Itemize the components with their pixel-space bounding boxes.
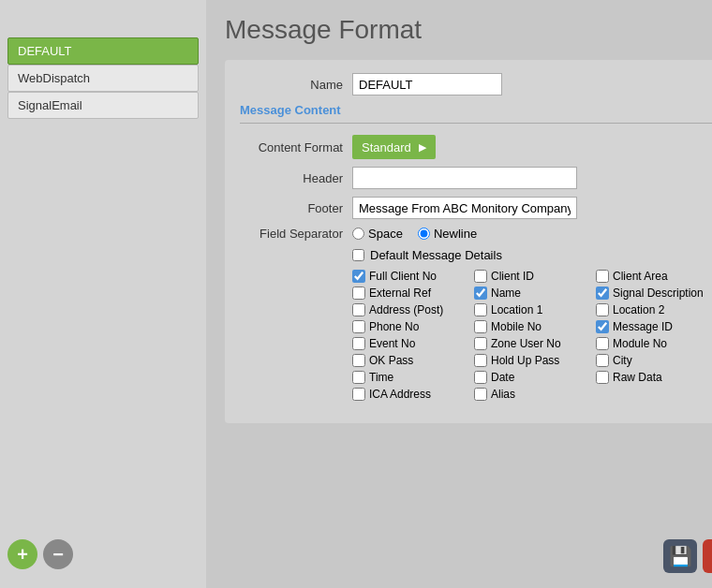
checkbox-cell: Mobile No (474, 320, 596, 333)
name-row: Name (240, 73, 712, 96)
name-input[interactable] (352, 73, 502, 96)
checkbox-external-ref[interactable] (352, 287, 365, 300)
checkbox-label-phone-no: Phone No (369, 320, 419, 333)
checkbox-mobile-no[interactable] (474, 320, 487, 333)
checkbox-cell: Time (352, 371, 474, 384)
checkbox-label-signal-description: Signal Description (613, 287, 704, 300)
checkbox-label-time: Time (369, 371, 393, 384)
checkbox-time[interactable] (352, 371, 365, 384)
checkbox-row: ICA AddressAlias (352, 388, 712, 401)
header-input[interactable] (352, 167, 577, 189)
checkbox-cell: External Ref (352, 287, 474, 300)
checkbox-label-client-area: Client Area (613, 270, 668, 283)
checkbox-date[interactable] (474, 371, 487, 384)
checkbox-label-hold-up-pass: Hold Up Pass (491, 354, 559, 367)
checkbox-signal-description[interactable] (596, 287, 609, 300)
checkbox-location-1[interactable] (474, 303, 487, 316)
field-separator-label: Field Separator (240, 227, 352, 241)
dropdown-arrow-icon: ▶ (419, 141, 426, 154)
section-header: Message Content (240, 103, 712, 124)
checkbox-row: TimeDateRaw Data (352, 371, 712, 384)
content-format-row: Content Format Standard ▶ (240, 135, 712, 159)
checkbox-client-id[interactable] (474, 270, 487, 283)
checkbox-label-mobile-no: Mobile No (491, 320, 541, 333)
checkbox-alias[interactable] (474, 388, 487, 401)
checkbox-name[interactable] (474, 287, 487, 300)
cancel-button[interactable]: ✕ (703, 539, 712, 573)
checkbox-label-client-id: Client ID (491, 270, 534, 283)
save-button[interactable]: 💾 (663, 539, 697, 573)
checkbox-label-full-client-no: Full Client No (369, 270, 437, 283)
checkbox-module-no[interactable] (596, 337, 609, 350)
checkbox-cell: Name (474, 287, 596, 300)
checkbox-cell: Raw Data (596, 371, 712, 384)
remove-button[interactable]: − (43, 539, 73, 569)
checkbox-cell: Address (Post) (352, 303, 474, 316)
checkbox-row: Event NoZone User NoModule No (352, 337, 712, 350)
checkbox-cell: Zone User No (474, 337, 596, 350)
add-button[interactable]: + (7, 539, 37, 569)
checkbox-zone-user-no[interactable] (474, 337, 487, 350)
checkbox-cell: Module No (596, 337, 712, 350)
checkbox-label-date: Date (491, 371, 514, 384)
sidebar-item-signalemail[interactable]: SignalEmail (7, 92, 199, 119)
checkbox-cell: Client Area (596, 270, 712, 283)
default-message-details-checkbox[interactable] (352, 249, 364, 261)
sidebar: DEFAULTWebDispatchSignalEmail + − (0, 0, 206, 588)
checkbox-client-area[interactable] (596, 270, 609, 283)
sidebar-item-default[interactable]: DEFAULT (7, 37, 199, 65)
radio-group: Space Newline (352, 227, 477, 241)
checkbox-label-ok-pass: OK Pass (369, 354, 413, 367)
sidebar-item-webdispatch[interactable]: WebDispatch (7, 65, 199, 92)
name-label: Name (240, 78, 352, 92)
radio-newline-label[interactable]: Newline (418, 227, 477, 241)
sidebar-bottom: + − (7, 539, 199, 579)
content-format-button[interactable]: Standard ▶ (352, 135, 436, 159)
checkbox-cell: Client ID (474, 270, 596, 283)
default-message-details-row: Default Message Details (352, 248, 712, 262)
checkbox-label-message-id: Message ID (613, 320, 673, 333)
save-icon: 💾 (669, 545, 692, 567)
checkbox-cell: Signal Description (596, 287, 712, 300)
checkbox-label-location-1: Location 1 (491, 303, 542, 316)
radio-space-text: Space (368, 227, 403, 241)
content-format-label: Content Format (240, 140, 352, 154)
checkbox-full-client-no[interactable] (352, 270, 365, 283)
checkbox-ok-pass[interactable] (352, 354, 365, 367)
radio-space[interactable] (352, 228, 364, 240)
checkbox-event-no[interactable] (352, 337, 365, 350)
radio-space-label[interactable]: Space (352, 227, 403, 241)
checkbox-cell: Full Client No (352, 270, 474, 283)
checkbox-phone-no[interactable] (352, 320, 365, 333)
checkbox-row: OK PassHold Up PassCity (352, 354, 712, 367)
checkbox-ica-address[interactable] (352, 388, 365, 401)
header-row: Header (240, 167, 712, 189)
footer-row: Footer (240, 197, 712, 219)
checkbox-address-post[interactable] (352, 303, 365, 316)
checkbox-location-2[interactable] (596, 303, 609, 316)
radio-newline[interactable] (418, 228, 430, 240)
checkbox-cell: Date (474, 371, 596, 384)
checkbox-label-event-no: Event No (369, 337, 415, 350)
checkbox-cell: Event No (352, 337, 474, 350)
checkboxes-grid: Full Client NoClient IDClient AreaExtern… (352, 270, 712, 401)
checkbox-label-module-no: Module No (613, 337, 667, 350)
default-message-details-label: Default Message Details (370, 248, 502, 262)
checkbox-raw-data[interactable] (596, 371, 609, 384)
checkbox-cell: City (596, 354, 712, 367)
footer-label: Footer (240, 201, 352, 215)
checkbox-cell: OK Pass (352, 354, 474, 367)
checkbox-row: Full Client NoClient IDClient Area (352, 270, 712, 283)
checkbox-label-name: Name (491, 287, 521, 300)
checkbox-city[interactable] (596, 354, 609, 367)
radio-newline-text: Newline (434, 227, 477, 241)
checkbox-label-address-post: Address (Post) (369, 303, 443, 316)
checkbox-cell: Message ID (596, 320, 712, 333)
content-format-value: Standard (362, 140, 411, 154)
footer-input[interactable] (352, 197, 577, 219)
checkbox-label-ica-address: ICA Address (369, 388, 431, 401)
checkbox-hold-up-pass[interactable] (474, 354, 487, 367)
checkbox-label-location-2: Location 2 (613, 303, 664, 316)
checkbox-message-id[interactable] (596, 320, 609, 333)
header-label: Header (240, 171, 352, 185)
